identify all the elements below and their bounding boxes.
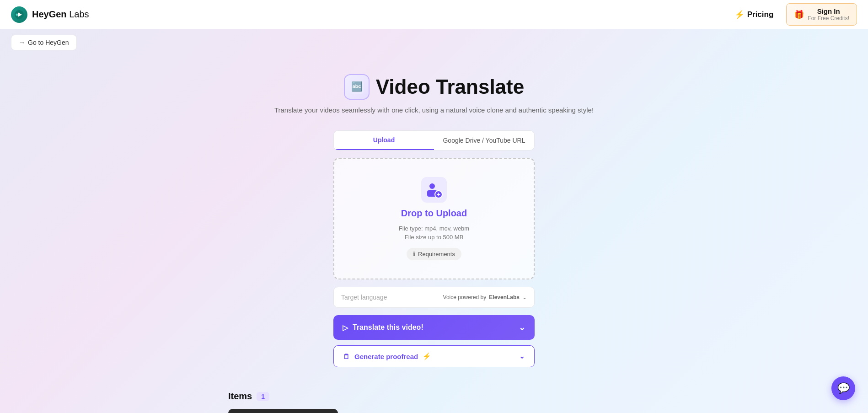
tab-google-drive[interactable]: Google Drive / YouTube URL bbox=[434, 131, 534, 150]
target-language-selector[interactable]: Target language Voice powered by ElevenL… bbox=[333, 287, 535, 308]
tab-upload[interactable]: Upload bbox=[334, 131, 434, 150]
proofread-lightning-icon: ⚡ bbox=[423, 352, 431, 360]
chat-icon: 💬 bbox=[837, 382, 850, 394]
video-thumbnail[interactable] bbox=[228, 409, 338, 413]
translate-btn-label: Translate this video! bbox=[353, 323, 423, 332]
voice-powered-prefix: Voice powered by bbox=[443, 294, 487, 300]
translate-chevron-icon: ⌄ bbox=[519, 322, 525, 333]
items-header: Items 1 bbox=[228, 391, 640, 402]
page-subtitle: Translate your videos seamlessly with on… bbox=[274, 106, 594, 114]
proofread-btn-left: 🗒 Generate proofread ⚡ bbox=[343, 352, 431, 360]
video-preview-svg bbox=[228, 409, 338, 413]
page-title: Video Translate bbox=[376, 75, 524, 98]
subnav: → Go to HeyGen bbox=[0, 29, 868, 56]
svg-point-6 bbox=[429, 183, 435, 189]
translate-btn-left: ▷ Translate this video! bbox=[343, 323, 423, 332]
svg-text:🔤: 🔤 bbox=[351, 81, 363, 92]
title-icon: 🔤 bbox=[344, 74, 370, 100]
header: HeyGen Labs ⚡ Pricing 🎁 Sign In For Free… bbox=[0, 0, 868, 29]
chevron-down-icon: ⌄ bbox=[522, 294, 527, 300]
svg-point-2 bbox=[16, 13, 18, 16]
logo-icon bbox=[11, 6, 27, 23]
go-to-label: Go to HeyGen bbox=[28, 39, 69, 46]
signin-label: Sign In bbox=[808, 7, 849, 15]
svg-text:+: + bbox=[437, 191, 440, 198]
upload-icon: + bbox=[421, 177, 447, 203]
proofread-chevron-icon: ⌄ bbox=[519, 352, 525, 360]
main-content: 🔤 Video Translate Translate your videos … bbox=[0, 56, 868, 413]
drop-file-size: File size up to 500 MB bbox=[343, 234, 525, 241]
chat-bubble-button[interactable]: 💬 bbox=[831, 376, 855, 400]
elevenlabs-label: ElevenLabs bbox=[489, 294, 520, 300]
requirements-button[interactable]: ℹ Requirements bbox=[407, 248, 461, 260]
play-icon: ▷ bbox=[343, 323, 348, 332]
arrow-icon: → bbox=[19, 39, 25, 46]
svg-rect-5 bbox=[421, 177, 447, 203]
upload-icon-wrapper: + bbox=[343, 177, 525, 203]
svg-rect-10 bbox=[228, 409, 338, 413]
drop-zone[interactable]: + Drop to Upload File type: mp4, mov, we… bbox=[333, 158, 535, 279]
signin-button[interactable]: 🎁 Sign In For Free Credits! bbox=[786, 3, 857, 26]
signin-sub-label: For Free Credits! bbox=[808, 15, 849, 21]
pricing-label: Pricing bbox=[747, 10, 774, 19]
signin-text-area: Sign In For Free Credits! bbox=[808, 7, 849, 21]
info-icon: ℹ bbox=[413, 251, 415, 257]
items-section: Items 1 bbox=[228, 391, 640, 413]
gift-icon: 🎁 bbox=[794, 10, 804, 20]
go-to-heygen-button[interactable]: → Go to HeyGen bbox=[11, 35, 77, 50]
proofread-btn-label: Generate proofread bbox=[354, 353, 418, 360]
items-count-badge: 1 bbox=[257, 392, 269, 401]
drop-title: Drop to Upload bbox=[343, 208, 525, 219]
logo-area: HeyGen Labs bbox=[11, 6, 89, 23]
translate-button[interactable]: ▷ Translate this video! ⌄ bbox=[333, 315, 535, 340]
title-area: 🔤 Video Translate bbox=[344, 74, 524, 100]
pricing-icon: ⚡ bbox=[734, 10, 745, 20]
items-title: Items bbox=[228, 391, 252, 402]
video-thumb-inner bbox=[228, 409, 338, 413]
voice-powered-area: Voice powered by ElevenLabs ⌄ bbox=[443, 294, 527, 300]
proofread-doc-icon: 🗒 bbox=[343, 353, 350, 360]
upload-card: Upload Google Drive / YouTube URL + Drop… bbox=[333, 130, 535, 382]
pricing-button[interactable]: ⚡ Pricing bbox=[729, 7, 779, 22]
tab-row: Upload Google Drive / YouTube URL bbox=[333, 130, 535, 150]
requirements-label: Requirements bbox=[418, 251, 455, 257]
drop-file-type: File type: mp4, mov, webm bbox=[343, 225, 525, 232]
logo-brand: HeyGen Labs bbox=[32, 9, 89, 20]
target-language-placeholder: Target language bbox=[341, 294, 387, 301]
proofread-button[interactable]: 🗒 Generate proofread ⚡ ⌄ bbox=[333, 345, 535, 367]
header-right: ⚡ Pricing 🎁 Sign In For Free Credits! bbox=[729, 3, 857, 26]
